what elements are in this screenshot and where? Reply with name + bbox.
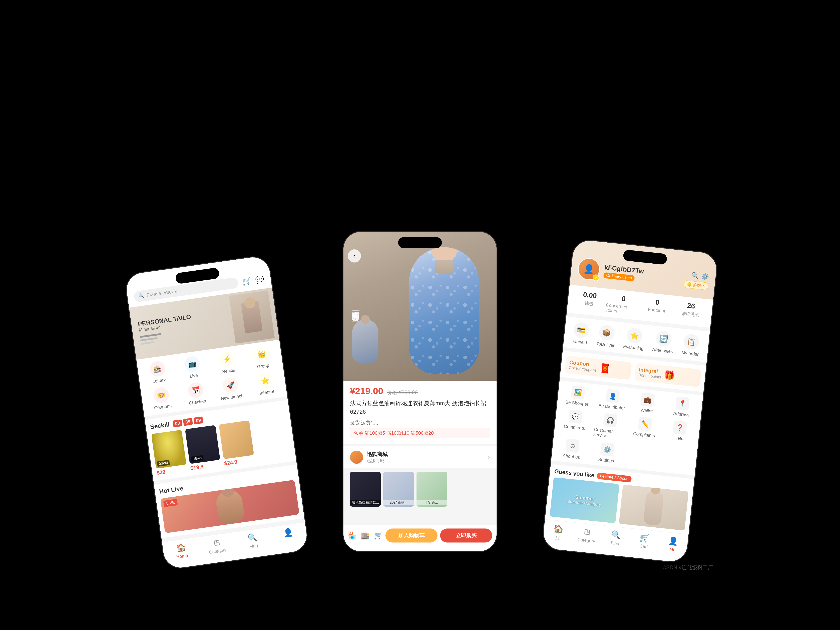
- search-placeholder: Please enter k...: [146, 287, 182, 298]
- unpaid-label: Unpaid: [573, 339, 587, 346]
- me-icon: 👤: [283, 527, 294, 538]
- seckill-product-3[interactable]: $24.9: [219, 420, 255, 467]
- new-launch-icon-item[interactable]: 🚀 New launch: [215, 376, 248, 402]
- stat-messages[interactable]: 26 未读消息: [673, 300, 708, 323]
- nav-right-me[interactable]: 👤 Me: [658, 535, 688, 554]
- myorder-item[interactable]: 📋 My order: [681, 333, 701, 357]
- message-icon[interactable]: 💬: [255, 275, 265, 284]
- customer-service-label: Customer service: [593, 427, 625, 440]
- myorder-icon: 📋: [683, 333, 700, 350]
- mid-nav-icons: 🏪 🏬 🛒: [348, 531, 383, 540]
- evaluating-item[interactable]: ⭐ Evaluating: [623, 327, 646, 351]
- unpaid-item[interactable]: 💳 Unpaid: [572, 322, 590, 346]
- help-item[interactable]: ❓ Help: [663, 420, 696, 448]
- settings-item[interactable]: ⚙️ Settings: [591, 441, 623, 464]
- thumb-2[interactable]: 2024新款...: [383, 472, 414, 507]
- nav-right-category[interactable]: ⊞ Category: [572, 526, 602, 545]
- timer-secs: 09: [193, 416, 204, 425]
- settings-icon-top[interactable]: ⚙️: [701, 273, 709, 280]
- banner-line: [140, 333, 161, 338]
- nav-right-home-label: 店: [555, 535, 560, 541]
- integral-box[interactable]: Integral Bonus points 🎁: [635, 363, 701, 387]
- cart-nav-icon[interactable]: 🛒: [374, 531, 383, 540]
- coupons-icon-item[interactable]: 🎫 Coupons: [145, 385, 178, 412]
- be-shopper-label: Be Shopper: [565, 399, 589, 407]
- checkin-icon-item[interactable]: 📅 Check-in: [180, 381, 213, 407]
- seckill-icon-item[interactable]: ⚡ Seckill: [211, 349, 244, 376]
- todeliver-item[interactable]: 📦 ToDeliver: [596, 324, 616, 348]
- timer-mins: 39: [183, 418, 193, 426]
- home-icon: 🏠: [175, 543, 186, 553]
- user-tag: Ordinary users: [603, 272, 635, 281]
- stat-concerned[interactable]: 0 Concerned stores: [605, 293, 641, 316]
- coupon-info: 领券 满100减5 满100减10 满500减20: [350, 428, 490, 438]
- product-price-section: ¥219.00 价格 ¥300.00: [350, 386, 490, 396]
- customer-service-icon: 🎧: [603, 413, 617, 428]
- be-shopper-item[interactable]: 🖼️ Be Shopper: [562, 384, 594, 407]
- checkin-badge[interactable]: 🪙 签到+5: [684, 280, 708, 290]
- stat-footprint[interactable]: 0 Footprint: [639, 297, 675, 320]
- store-nav-icon[interactable]: 🏪: [348, 531, 357, 540]
- add-to-cart-button[interactable]: 加入购物车: [385, 529, 437, 543]
- product-image-2: 0Sold: [185, 425, 220, 464]
- seckill-product-1[interactable]: 0Sold $29: [151, 430, 188, 476]
- search-icon-top[interactable]: 🔍: [691, 272, 699, 279]
- seckill-product-2[interactable]: 0Sold $19.9: [185, 425, 221, 471]
- home-icon-right: 🏠: [553, 524, 564, 534]
- back-button[interactable]: ‹: [348, 249, 361, 262]
- nav-right-cart[interactable]: 🛒 Cart: [629, 532, 659, 551]
- nav-home[interactable]: 🏠 Home: [163, 541, 201, 561]
- nav-right-find-label: Find: [611, 540, 619, 546]
- cart-icon[interactable]: 🛒: [242, 276, 252, 286]
- evaluating-label: Evaluating: [623, 344, 644, 351]
- complaints-item[interactable]: ✏️ Complaints: [628, 416, 661, 444]
- wallet-item[interactable]: 💼 Wallet: [631, 392, 664, 415]
- comments-item[interactable]: 💬 Comments: [559, 408, 592, 436]
- order-icons-row: 💳 Unpaid 📦 ToDeliver ⭐ Evaluating 🔄: [568, 321, 705, 357]
- coupon-icon: 🧧: [599, 363, 611, 374]
- search-icon: 🔍: [138, 293, 145, 300]
- avatar-icon: 👤: [583, 264, 595, 275]
- banner-image: [229, 290, 275, 343]
- evaluating-icon: ⭐: [626, 327, 643, 344]
- thumb-3[interactable]: TG 迅...: [417, 472, 447, 507]
- nav-right-find[interactable]: 🔍 Find: [600, 529, 631, 548]
- new-launch-label: New launch: [221, 393, 244, 401]
- wallet-label: Wallet: [640, 407, 653, 414]
- guess-product-summer[interactable]: Summer Summer Category: [550, 477, 619, 523]
- nav-right-home[interactable]: 🏠 店: [543, 523, 573, 542]
- be-distributor-item[interactable]: 👤 Be Distributor: [596, 388, 629, 411]
- nav-me[interactable]: 👤: [270, 526, 308, 546]
- coupon-box[interactable]: Coupon Collect coupons 🧧: [565, 355, 632, 380]
- stat-wallet[interactable]: 0.00 钱包: [572, 289, 607, 313]
- shop-nav-icon[interactable]: 🏬: [361, 531, 370, 540]
- settings-icon: ⚙️: [600, 442, 614, 457]
- store-avatar: [350, 451, 363, 464]
- live-icon-item[interactable]: 📺 Live: [176, 354, 209, 381]
- featured-badge: Featured Goods: [597, 472, 632, 482]
- aftersales-icon: 🔄: [655, 330, 672, 347]
- buy-now-button[interactable]: 立即购买: [440, 529, 492, 543]
- integral-text: Integral Bonus points: [638, 366, 662, 380]
- store-section[interactable]: 迅狐商城 迅狐商城 ›: [343, 446, 497, 468]
- help-icon: ❓: [673, 420, 687, 435]
- guess-product-model[interactable]: [619, 485, 688, 531]
- nav-find[interactable]: 🔍 Find: [234, 531, 272, 551]
- seckill-label: Seckill: [222, 368, 235, 374]
- lottery-icon-item[interactable]: 🎰 Lottery: [141, 359, 175, 385]
- group-icon-item[interactable]: 👑 Group: [245, 344, 279, 371]
- nav-category[interactable]: ⊞ Category: [198, 536, 236, 556]
- customer-service-item[interactable]: 🎧 Customer service: [593, 412, 626, 440]
- coupons-label: Coupons: [154, 403, 172, 411]
- mid-screen: ‹ 画艺冰蓝: [343, 232, 497, 551]
- about-us-item[interactable]: ⊙ About us: [556, 438, 589, 461]
- address-item[interactable]: 📍 Address: [666, 395, 698, 418]
- seckill-title: Seckill: [150, 421, 170, 431]
- thumb-1[interactable]: 黑色高端精致款...: [350, 472, 381, 507]
- integral-icon-item[interactable]: ⭐ Integral: [249, 371, 283, 397]
- store-name: 迅狐商城: [366, 451, 485, 458]
- be-distributor-icon: 👤: [606, 389, 620, 403]
- about-us-icon: ⊙: [565, 439, 580, 453]
- aftersales-item[interactable]: 🔄 After sales: [652, 330, 675, 354]
- lottery-label: Lottery: [152, 377, 166, 384]
